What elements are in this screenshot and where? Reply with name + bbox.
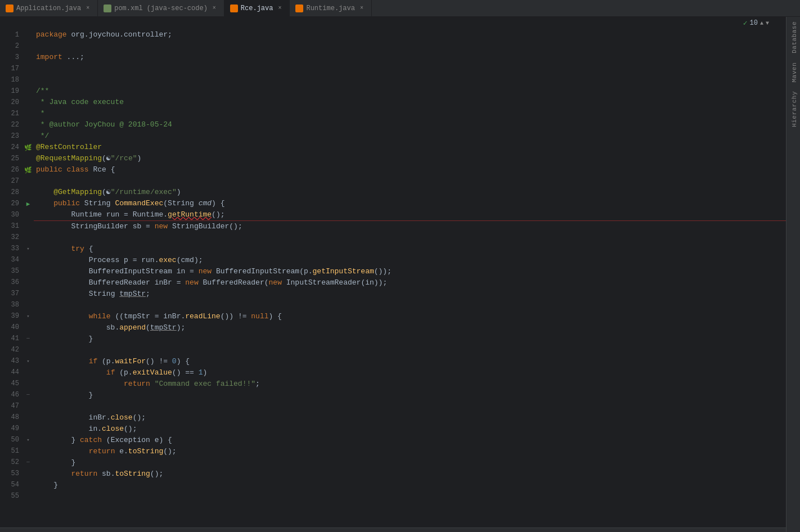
gutter-cell <box>23 288 34 299</box>
code-line: in.close(); <box>34 423 786 435</box>
run-gutter-icon[interactable]: ▶ <box>23 198 34 209</box>
gutter-cell <box>23 108 34 119</box>
tab-pom-xml[interactable]: pom.xml (java-sec-code) × <box>98 0 224 17</box>
gutter-cell <box>23 265 34 277</box>
gutter-cell <box>23 468 34 479</box>
code-lines[interactable]: package org.joychou.controller; import .… <box>34 29 786 528</box>
gutter-cell <box>23 220 34 232</box>
code-line: if (p.exitValue() == 1) <box>34 367 786 378</box>
inspection-count: 10 <box>750 19 758 27</box>
gutter-cell <box>23 130 34 142</box>
code-line: /** <box>34 85 786 97</box>
fold-arrow-icon[interactable]: ▾ <box>23 243 34 254</box>
code-line: @RestController <box>34 142 786 153</box>
line-numbers: 1231718192021222324252627282930313233343… <box>0 29 23 528</box>
gutter-cell <box>23 52 34 63</box>
fold-arrow-icon[interactable]: ▾ <box>23 434 34 445</box>
fold-end-icon: — <box>23 457 34 468</box>
line-number: 39 <box>5 310 19 322</box>
fold-arrow-icon[interactable]: ▾ <box>23 355 34 367</box>
tab-close-button[interactable]: × <box>210 4 218 12</box>
right-panel: Database Maven Hierarchy <box>786 17 800 532</box>
check-icon: ✓ <box>743 19 748 28</box>
inspection-badge[interactable]: ✓ 10 ▲ ▼ <box>743 19 769 28</box>
gutter-cell <box>23 322 34 333</box>
line-number: 43 <box>5 355 19 367</box>
fold-end-icon: — <box>23 389 34 400</box>
line-number: 17 <box>5 63 19 74</box>
line-number: 3 <box>5 52 19 63</box>
horizontal-scrollbar[interactable] <box>0 528 786 532</box>
line-number: 31 <box>5 220 19 232</box>
chevron-up-icon[interactable]: ▲ <box>760 20 763 26</box>
code-line: BufferedReader inBr = new BufferedReader… <box>34 277 786 288</box>
line-number: 53 <box>5 468 19 479</box>
xml-file-icon <box>104 4 111 12</box>
maven-panel-button[interactable]: Maven <box>786 58 800 87</box>
database-panel-button[interactable]: Database <box>786 17 800 58</box>
line-number: 2 <box>5 40 19 52</box>
line-number: 32 <box>5 232 19 243</box>
code-line: } catch (Exception e) { <box>34 435 786 446</box>
code-line: import ...; <box>34 52 786 63</box>
bean-marker-icon[interactable]: 🌿 <box>23 164 34 175</box>
hierarchy-panel-button[interactable]: Hierarchy <box>786 87 800 132</box>
gutter-cell <box>23 423 34 434</box>
line-number: 18 <box>5 74 19 85</box>
line-number: 20 <box>5 97 19 108</box>
code-line: StringBuilder sb = new StringBuilder(); <box>34 221 786 232</box>
java-file-icon <box>6 4 14 12</box>
line-number: 44 <box>5 367 19 378</box>
code-line: String tmpStr; <box>34 288 786 300</box>
chevron-down-icon[interactable]: ▼ <box>766 20 769 26</box>
gutter-cell <box>23 175 34 187</box>
code-line <box>34 175 786 187</box>
code-line <box>34 300 786 311</box>
tab-close-button[interactable]: × <box>358 4 366 12</box>
tab-label: Rce.java <box>241 4 273 12</box>
gutter-cell <box>23 85 34 97</box>
gutter-cell <box>23 378 34 389</box>
tab-rce-java[interactable]: Rce.java × <box>224 0 290 17</box>
fold-arrow-icon[interactable]: ▾ <box>23 310 34 322</box>
line-number: 26 <box>5 164 19 175</box>
gutter-cell <box>23 63 34 74</box>
gutter-cell <box>23 400 34 412</box>
gutter-cell <box>23 445 34 457</box>
line-number: 19 <box>5 85 19 97</box>
tab-close-button[interactable]: × <box>84 4 92 12</box>
gutter-cell <box>23 232 34 243</box>
line-number: 45 <box>5 378 19 389</box>
line-number: 36 <box>5 277 19 288</box>
gutter-cell <box>23 119 34 130</box>
code-editor: ✓ 10 ▲ ▼ 1231718192021222324252627282930… <box>0 17 786 532</box>
line-number: 42 <box>5 344 19 355</box>
gutter-cell <box>23 367 34 378</box>
gutter-cell <box>23 479 34 490</box>
gutter: 🌿🌿▶▾▾—▾—▾— <box>23 29 34 528</box>
gutter-cell <box>23 209 34 220</box>
code-line: public class Rce { <box>34 164 786 175</box>
line-number: 24 <box>5 142 19 153</box>
gutter-cell <box>23 299 34 310</box>
tab-close-button[interactable]: × <box>276 4 284 12</box>
fold-end-icon: — <box>23 333 34 344</box>
gutter-cell <box>23 74 34 85</box>
editor-top-bar: ✓ 10 ▲ ▼ <box>0 17 786 29</box>
code-line <box>34 345 786 356</box>
code-line: public String CommandExec(String cmd) { <box>34 198 786 209</box>
bean-marker-icon[interactable]: 🌿 <box>23 142 34 153</box>
code-area: 1231718192021222324252627282930313233343… <box>0 29 786 528</box>
line-number: 34 <box>5 254 19 265</box>
code-line <box>34 232 786 244</box>
tab-runtime-java[interactable]: Runtime.java × <box>290 0 371 17</box>
tab-bar: Application.java × pom.xml (java-sec-cod… <box>0 0 800 17</box>
code-line: sb.append(tmpStr); <box>34 322 786 333</box>
gutter-cell <box>23 412 34 423</box>
code-line: try { <box>34 244 786 255</box>
tab-application-java[interactable]: Application.java × <box>0 0 98 17</box>
code-line: while ((tmpStr = inBr.readLine()) != nul… <box>34 311 786 322</box>
code-line <box>34 63 786 74</box>
gutter-cell <box>23 40 34 52</box>
tab-label: pom.xml (java-sec-code) <box>114 4 208 12</box>
